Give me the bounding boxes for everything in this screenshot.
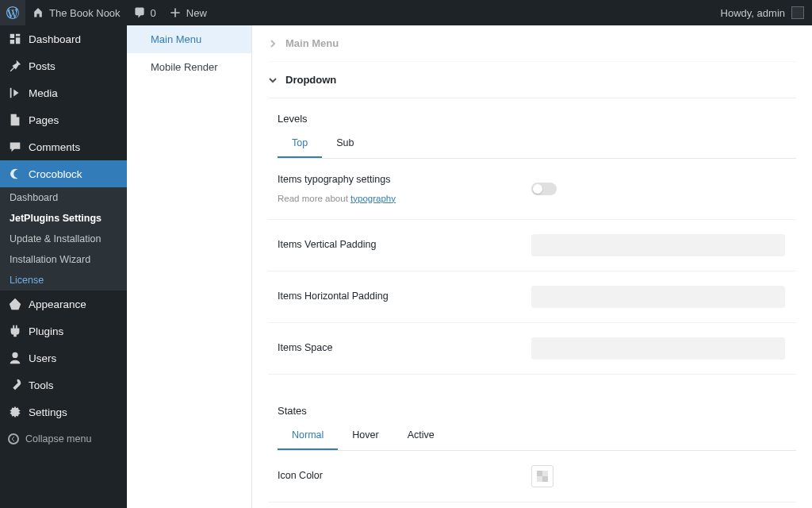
sidebar-sub-wizard[interactable]: Installation Wizard <box>0 249 127 270</box>
row-label: Items typography settings Read more abou… <box>278 173 531 205</box>
sidebar-item-comments[interactable]: Comments <box>0 133 127 160</box>
items-space-input[interactable] <box>531 337 785 360</box>
typography-link[interactable]: typography <box>350 194 396 203</box>
row-title: Items typography settings <box>278 173 531 187</box>
collapse-icon <box>8 433 19 444</box>
sidebar-item-appearance[interactable]: Appearance <box>0 291 127 318</box>
row-title-color: Title Color <box>268 502 796 508</box>
icon-color-picker[interactable] <box>531 465 553 487</box>
site-name-link[interactable]: The Book Nook <box>25 0 127 25</box>
users-icon <box>8 351 22 365</box>
appearance-icon <box>8 297 22 311</box>
admin-sidebar: Dashboard Posts Media Pages Comments Cro… <box>0 25 127 508</box>
sidebar-item-settings[interactable]: Settings <box>0 398 127 425</box>
levels-heading: Levels <box>268 98 796 129</box>
sidebar-item-users[interactable]: Users <box>0 344 127 371</box>
collapse-menu[interactable]: Collapse menu <box>0 425 127 452</box>
plugins-icon <box>8 324 22 338</box>
comments-link[interactable]: 0 <box>127 0 163 25</box>
crocoblock-icon <box>8 167 22 181</box>
subnav-mobile-render[interactable]: Mobile Render <box>127 53 251 81</box>
sidebar-item-label: Users <box>29 352 56 364</box>
sidebar-item-label: Appearance <box>29 298 86 310</box>
sidebar-item-label: Media <box>29 87 58 99</box>
sidebar-item-label: Comments <box>29 141 80 153</box>
sidebar-item-dashboard[interactable]: Dashboard <box>0 25 127 52</box>
tab-normal[interactable]: Normal <box>278 421 338 450</box>
transparency-icon <box>537 471 548 482</box>
tools-icon <box>8 378 22 392</box>
settings-panel: Main Menu Dropdown Levels Top Sub Items … <box>252 25 812 508</box>
site-name-label: The Book Nook <box>49 7 121 19</box>
tab-hover[interactable]: Hover <box>338 421 393 450</box>
states-heading: States <box>268 391 796 421</box>
comment-icon <box>8 140 22 154</box>
row-icon-color: Icon Color <box>268 451 796 502</box>
sidebar-item-label: Plugins <box>29 325 63 337</box>
row-label: Items Horizontal Padding <box>278 290 531 304</box>
sidebar-submenu: Dashboard JetPlugins Settings Update & I… <box>0 187 127 291</box>
sidebar-item-pages[interactable]: Pages <box>0 106 127 133</box>
sidebar-item-plugins[interactable]: Plugins <box>0 318 127 344</box>
new-link[interactable]: New <box>163 0 213 25</box>
typography-toggle[interactable] <box>531 183 557 195</box>
sidebar-sub-license[interactable]: License <box>0 270 127 291</box>
vertical-padding-input[interactable] <box>531 234 785 256</box>
horizontal-padding-input[interactable] <box>531 286 785 308</box>
row-items-space: Items Space <box>268 323 796 375</box>
row-horizontal-padding: Items Horizontal Padding <box>268 271 796 323</box>
sidebar-sub-update[interactable]: Update & Installation <box>0 229 127 249</box>
media-icon <box>8 86 22 100</box>
row-subtext: Read more about typography <box>278 192 531 205</box>
new-label: New <box>186 7 207 19</box>
sidebar-item-label: Tools <box>29 379 54 391</box>
levels-tabs: Top Sub <box>278 129 796 159</box>
sidebar-item-label: Dashboard <box>29 33 81 45</box>
row-control <box>531 465 787 487</box>
wp-logo[interactable] <box>0 0 25 25</box>
row-control <box>531 234 787 256</box>
pin-icon <box>8 59 22 73</box>
sidebar-item-label: Crocoblock <box>29 168 82 180</box>
sidebar-sub-jetplugins[interactable]: JetPlugins Settings <box>0 208 127 229</box>
row-vertical-padding: Items Vertical Padding <box>268 220 796 271</box>
collapse-label: Collapse menu <box>25 433 91 444</box>
sidebar-item-media[interactable]: Media <box>0 79 127 106</box>
plus-icon <box>169 6 182 19</box>
accordion-main-menu[interactable]: Main Menu <box>268 25 796 62</box>
tab-sub[interactable]: Sub <box>322 129 368 158</box>
section-subnav: Main Menu Mobile Render <box>127 25 252 508</box>
sidebar-item-crocoblock[interactable]: Crocoblock <box>0 160 127 187</box>
howdy-text[interactable]: Howdy, admin <box>721 7 785 19</box>
sidebar-item-label: Posts <box>29 60 56 72</box>
tab-active[interactable]: Active <box>393 421 449 450</box>
row-label: Icon Color <box>278 469 531 483</box>
dashboard-icon <box>8 32 22 46</box>
home-icon <box>32 6 44 19</box>
typography-toggle-wrap <box>531 183 787 195</box>
subnav-main-menu[interactable]: Main Menu <box>127 25 251 53</box>
states-tabs: Normal Hover Active <box>278 421 796 451</box>
avatar[interactable] <box>791 6 804 19</box>
sidebar-item-tools[interactable]: Tools <box>0 371 127 398</box>
row-typography: Items typography settings Read more abou… <box>268 159 796 220</box>
row-control <box>531 337 787 360</box>
chevron-down-icon <box>268 75 278 85</box>
comment-count: 0 <box>151 7 156 19</box>
sidebar-sub-dashboard[interactable]: Dashboard <box>0 187 127 208</box>
svg-rect-2 <box>542 476 548 482</box>
comment-icon <box>133 6 146 19</box>
wordpress-icon <box>6 6 19 19</box>
row-label: Items Space <box>278 341 531 356</box>
chevron-right-icon <box>268 39 278 48</box>
sidebar-item-posts[interactable]: Posts <box>0 52 127 79</box>
content-area: Main Menu Mobile Render Main Menu Dropdo… <box>127 0 812 508</box>
pages-icon <box>8 113 22 127</box>
admin-bar: The Book Nook 0 New Howdy, admin <box>0 0 812 25</box>
settings-icon <box>8 405 22 419</box>
tab-top[interactable]: Top <box>278 129 322 158</box>
accordion-label: Main Menu <box>285 37 339 49</box>
accordion-dropdown[interactable]: Dropdown <box>268 62 796 98</box>
row-control <box>531 286 787 308</box>
sidebar-item-label: Pages <box>29 114 59 126</box>
